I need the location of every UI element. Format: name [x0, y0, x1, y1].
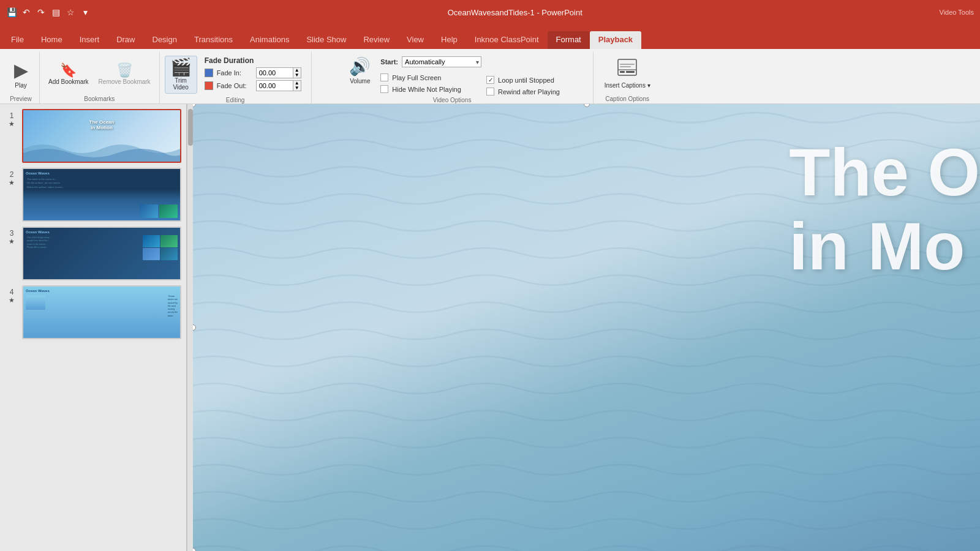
hide-while-not-playing-row: Hide While Not Playing — [380, 85, 481, 93]
save-icon[interactable]: 💾 — [6, 7, 17, 18]
slide-1-bg: The Oceanin Motion — [23, 110, 180, 162]
canvas-area: The O in Mo — [193, 104, 980, 551]
loop-row: Loop until Stopped — [486, 76, 560, 84]
tab-inknoe[interactable]: Inknoe ClassPoint — [466, 31, 548, 49]
group-video-options: 🔊 Volume Start: Automatically On Click — [312, 51, 594, 103]
tab-view[interactable]: View — [398, 31, 432, 49]
rewind-label: Rewind after Playing — [498, 88, 560, 96]
slide-1-num: 1 — [10, 111, 14, 120]
quick-access-icon[interactable]: ☆ — [65, 7, 76, 18]
play-button[interactable]: ▶ Play — [7, 57, 34, 91]
add-bookmark-icon: 🔖 — [60, 64, 77, 77]
group-editing: 🎬 TrimVideo Fade Duration Fade In: ▲ ▼ — [160, 51, 312, 103]
fade-in-down[interactable]: ▼ — [293, 73, 301, 78]
slide-2-thumb[interactable]: Ocean Waves · The water in the ocean is.… — [22, 168, 181, 222]
slide-3-num: 3 — [10, 229, 14, 238]
slide-3-thumb[interactable]: Ocean Waves · One of the things many... … — [22, 227, 181, 280]
tab-draw[interactable]: Draw — [108, 31, 143, 49]
tab-file[interactable]: File — [2, 31, 32, 49]
ribbon-tabs: File Home Insert Draw Design Transitions… — [0, 24, 980, 49]
undo-icon[interactable]: ↶ — [21, 7, 32, 18]
slide-3-photos — [143, 235, 178, 260]
tab-animations[interactable]: Animations — [241, 31, 298, 49]
title-bar-left: 💾 ↶ ↷ ▤ ☆ ▾ — [6, 7, 91, 18]
add-bookmark-button[interactable]: 🔖 Add Bookmark — [45, 61, 92, 88]
group-caption-options-label: Caption Options — [598, 94, 657, 102]
present-icon[interactable]: ▤ — [50, 7, 61, 18]
tab-slide-show[interactable]: Slide Show — [298, 31, 355, 49]
canvas-title-line2: in Mo — [789, 209, 980, 283]
tab-review[interactable]: Review — [355, 31, 398, 49]
slide-1-title: The Oceanin Motion — [89, 119, 115, 130]
hide-while-not-playing-checkbox[interactable] — [380, 85, 388, 93]
group-preview: ▶ Play Preview — [2, 51, 40, 103]
hide-while-not-playing-label: Hide While Not Playing — [392, 86, 461, 93]
fade-in-input-wrap: ▲ ▼ — [256, 67, 301, 78]
tab-design[interactable]: Design — [144, 31, 186, 49]
slide-item-2[interactable]: 2 ★ Ocean Waves · The water in the ocean… — [5, 168, 181, 222]
play-fullscreen-label: Play Full Screen — [392, 74, 441, 81]
fade-out-spinner[interactable]: ▲ ▼ — [293, 80, 301, 91]
video-options-start-col: Start: Automatically On Click Play Full … — [380, 54, 481, 93]
play-fullscreen-checkbox[interactable] — [380, 73, 388, 81]
slide-4-thumb[interactable]: Ocean Waves ·Oceanwaves arecaused bythe … — [22, 285, 181, 339]
slide-3-star: ★ — [9, 238, 15, 246]
slide-3-num-area: 3 ★ — [5, 227, 18, 246]
slide-panel: 1 ★ The Oceanin Motion — [0, 104, 187, 551]
group-video-options-content: 🔊 Volume Start: Automatically On Click — [344, 54, 560, 96]
slide-item-3[interactable]: 3 ★ Ocean Waves · One of the things many… — [5, 227, 181, 280]
group-bookmarks-label: Bookmarks — [45, 94, 154, 102]
group-bookmarks: 🔖 Add Bookmark 🗑️ Remove Bookmark Bookma… — [40, 51, 160, 103]
slide-panel-scrollbar[interactable] — [187, 104, 193, 551]
slide-2-bg: Ocean Waves · The water in the ocean is.… — [23, 169, 180, 220]
remove-bookmark-icon: 🗑️ — [116, 64, 133, 77]
slide-canvas[interactable]: The O in Mo — [193, 104, 980, 551]
tab-insert[interactable]: Insert — [71, 31, 108, 49]
add-bookmark-label: Add Bookmark — [48, 78, 89, 85]
slide-3-bullets: · One of the things many... · people lov… — [26, 236, 51, 249]
tab-help[interactable]: Help — [432, 31, 466, 49]
slide-4-num: 4 — [10, 288, 14, 296]
slide-4-bg: Ocean Waves ·Oceanwaves arecaused bythe … — [23, 287, 180, 338]
start-select[interactable]: Automatically On Click — [402, 56, 481, 67]
tab-home[interactable]: Home — [32, 31, 71, 49]
tab-format[interactable]: Format — [548, 31, 590, 49]
scroll-thumb[interactable] — [188, 109, 193, 146]
fade-out-input[interactable] — [256, 80, 293, 91]
group-video-options-label: Video Options — [317, 96, 588, 103]
svg-rect-2 — [620, 71, 625, 73]
ribbon-content: ▶ Play Preview 🔖 Add Bookmark 🗑️ Remove … — [0, 49, 980, 104]
slide-item-4[interactable]: 4 ★ Ocean Waves ·Oceanwaves arecaused by… — [5, 285, 181, 339]
tab-transitions[interactable]: Transitions — [186, 31, 241, 49]
volume-button[interactable]: 🔊 Volume — [344, 54, 375, 87]
slide-2-bullets: · The water in the ocean is... · On the … — [26, 178, 64, 189]
volume-icon: 🔊 — [349, 56, 371, 77]
slide-panel-container: 1 ★ The Oceanin Motion — [0, 104, 193, 551]
slide-1-num-area: 1 ★ — [5, 109, 18, 128]
svg-rect-4 — [620, 64, 635, 65]
insert-captions-label: Insert Captions ▾ — [605, 81, 650, 89]
start-label: Start: — [380, 58, 398, 66]
redo-icon[interactable]: ↷ — [36, 7, 47, 18]
slide-1-thumb[interactable]: The Oceanin Motion — [22, 109, 181, 163]
video-tools-label: Video Tools — [940, 9, 974, 16]
fade-in-spinner[interactable]: ▲ ▼ — [293, 67, 301, 78]
group-preview-label: Preview — [7, 94, 34, 102]
slide-item-1[interactable]: 1 ★ The Oceanin Motion — [5, 109, 181, 163]
slide-4-title: Ocean Waves — [26, 289, 50, 293]
loop-checkbox[interactable] — [486, 76, 494, 84]
trim-video-button[interactable]: 🎬 TrimVideo — [165, 56, 197, 94]
insert-captions-button[interactable]: Insert Captions ▾ — [598, 56, 657, 92]
fade-out-label: Fade Out: — [217, 82, 254, 89]
fade-in-input[interactable] — [256, 67, 293, 78]
fade-out-down[interactable]: ▼ — [293, 86, 301, 91]
group-editing-content: 🎬 TrimVideo Fade Duration Fade In: ▲ ▼ — [165, 54, 306, 96]
customize-icon[interactable]: ▾ — [80, 7, 91, 18]
remove-bookmark-button[interactable]: 🗑️ Remove Bookmark — [95, 61, 154, 88]
group-preview-content: ▶ Play — [7, 54, 34, 94]
rewind-checkbox[interactable] — [486, 88, 494, 96]
canvas-title: The O in Mo — [789, 135, 980, 283]
tab-playback[interactable]: Playback — [590, 31, 641, 49]
fade-in-color-box — [205, 69, 213, 77]
slide-2-num: 2 — [10, 170, 14, 179]
